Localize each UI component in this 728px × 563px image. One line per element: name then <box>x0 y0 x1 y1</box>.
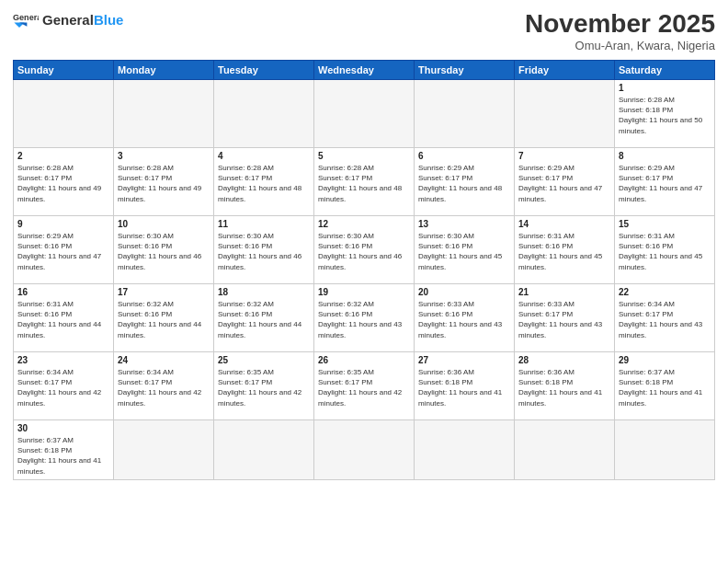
day-number: 29 <box>619 355 711 365</box>
header-wednesday: Wednesday <box>314 61 415 80</box>
day-number: 26 <box>318 355 410 365</box>
table-row: 28Sunrise: 6:36 AMSunset: 6:18 PMDayligh… <box>515 352 615 420</box>
table-row: 25Sunrise: 6:35 AMSunset: 6:17 PMDayligh… <box>214 352 314 420</box>
table-row: 27Sunrise: 6:36 AMSunset: 6:18 PMDayligh… <box>415 352 515 420</box>
header-saturday: Saturday <box>615 61 715 80</box>
table-row <box>214 420 314 480</box>
day-number: 8 <box>619 151 711 161</box>
table-row: 8Sunrise: 6:29 AMSunset: 6:17 PMDaylight… <box>615 148 715 216</box>
day-info: Sunrise: 6:33 AMSunset: 6:16 PMDaylight:… <box>418 299 510 340</box>
table-row: 17Sunrise: 6:32 AMSunset: 6:16 PMDayligh… <box>114 284 214 352</box>
day-number: 25 <box>218 355 310 365</box>
header-sunday: Sunday <box>14 61 114 80</box>
table-row: 20Sunrise: 6:33 AMSunset: 6:16 PMDayligh… <box>415 284 515 352</box>
day-info: Sunrise: 6:33 AMSunset: 6:17 PMDaylight:… <box>518 299 610 340</box>
day-number: 19 <box>318 287 410 297</box>
table-row: 6Sunrise: 6:29 AMSunset: 6:17 PMDaylight… <box>415 148 515 216</box>
day-number: 13 <box>418 219 510 229</box>
table-row: 15Sunrise: 6:31 AMSunset: 6:16 PMDayligh… <box>615 216 715 284</box>
day-info: Sunrise: 6:36 AMSunset: 6:18 PMDaylight:… <box>418 367 510 408</box>
day-info: Sunrise: 6:30 AMSunset: 6:16 PMDaylight:… <box>318 231 410 272</box>
header-friday: Friday <box>515 61 615 80</box>
table-row: 9Sunrise: 6:29 AMSunset: 6:16 PMDaylight… <box>14 216 114 284</box>
day-number: 27 <box>418 355 510 365</box>
calendar-row: 30Sunrise: 6:37 AMSunset: 6:18 PMDayligh… <box>14 420 715 480</box>
header: General GeneralBlue November 2025 Omu-Ar… <box>13 9 715 52</box>
table-row: 11Sunrise: 6:30 AMSunset: 6:16 PMDayligh… <box>214 216 314 284</box>
title-block: November 2025 Omu-Aran, Kwara, Nigeria <box>525 9 715 52</box>
day-number: 2 <box>17 151 109 161</box>
day-info: Sunrise: 6:37 AMSunset: 6:18 PMDaylight:… <box>17 435 109 477</box>
day-number: 16 <box>17 287 109 297</box>
logo-text: GeneralBlue <box>42 12 123 28</box>
day-info: Sunrise: 6:29 AMSunset: 6:16 PMDaylight:… <box>17 231 109 272</box>
table-row <box>314 80 415 148</box>
calendar-row: 9Sunrise: 6:29 AMSunset: 6:16 PMDaylight… <box>14 216 715 284</box>
day-number: 15 <box>619 219 711 229</box>
day-info: Sunrise: 6:29 AMSunset: 6:17 PMDaylight:… <box>418 163 510 204</box>
table-row <box>214 80 314 148</box>
header-monday: Monday <box>114 61 214 80</box>
day-number: 30 <box>17 423 109 433</box>
page: General GeneralBlue November 2025 Omu-Ar… <box>0 0 728 563</box>
day-number: 4 <box>218 151 310 161</box>
location: Omu-Aran, Kwara, Nigeria <box>525 39 715 52</box>
table-row: 21Sunrise: 6:33 AMSunset: 6:17 PMDayligh… <box>515 284 615 352</box>
day-info: Sunrise: 6:35 AMSunset: 6:17 PMDaylight:… <box>218 367 310 408</box>
day-info: Sunrise: 6:32 AMSunset: 6:16 PMDaylight:… <box>118 299 210 340</box>
logo: General GeneralBlue <box>13 9 123 29</box>
table-row <box>615 420 715 480</box>
calendar-table: Sunday Monday Tuesday Wednesday Thursday… <box>13 60 715 480</box>
day-number: 18 <box>218 287 310 297</box>
table-row: 1Sunrise: 6:28 AMSunset: 6:18 PMDaylight… <box>615 80 715 148</box>
day-info: Sunrise: 6:28 AMSunset: 6:17 PMDaylight:… <box>318 163 410 204</box>
day-info: Sunrise: 6:30 AMSunset: 6:16 PMDaylight:… <box>418 231 510 272</box>
table-row: 3Sunrise: 6:28 AMSunset: 6:17 PMDaylight… <box>114 148 214 216</box>
logo-blue: Blue <box>94 12 124 28</box>
day-number: 6 <box>418 151 510 161</box>
day-info: Sunrise: 6:35 AMSunset: 6:17 PMDaylight:… <box>318 367 410 408</box>
day-number: 3 <box>118 151 210 161</box>
day-info: Sunrise: 6:37 AMSunset: 6:18 PMDaylight:… <box>619 367 711 408</box>
calendar-header-row: Sunday Monday Tuesday Wednesday Thursday… <box>14 61 715 80</box>
day-info: Sunrise: 6:36 AMSunset: 6:18 PMDaylight:… <box>518 367 610 408</box>
svg-text:General: General <box>13 13 39 22</box>
day-number: 28 <box>518 355 610 365</box>
day-number: 1 <box>619 83 711 93</box>
day-info: Sunrise: 6:29 AMSunset: 6:17 PMDaylight:… <box>619 163 711 204</box>
table-row: 24Sunrise: 6:34 AMSunset: 6:17 PMDayligh… <box>114 352 214 420</box>
day-info: Sunrise: 6:29 AMSunset: 6:17 PMDaylight:… <box>518 163 610 204</box>
table-row: 5Sunrise: 6:28 AMSunset: 6:17 PMDaylight… <box>314 148 415 216</box>
day-number: 17 <box>118 287 210 297</box>
day-info: Sunrise: 6:34 AMSunset: 6:17 PMDaylight:… <box>118 367 210 408</box>
calendar-row: 2Sunrise: 6:28 AMSunset: 6:17 PMDaylight… <box>14 148 715 216</box>
header-tuesday: Tuesday <box>214 61 314 80</box>
day-number: 24 <box>118 355 210 365</box>
table-row <box>114 80 214 148</box>
day-info: Sunrise: 6:32 AMSunset: 6:16 PMDaylight:… <box>318 299 410 340</box>
day-info: Sunrise: 6:30 AMSunset: 6:16 PMDaylight:… <box>118 231 210 272</box>
table-row <box>515 420 615 480</box>
table-row: 7Sunrise: 6:29 AMSunset: 6:17 PMDaylight… <box>515 148 615 216</box>
day-number: 20 <box>418 287 510 297</box>
table-row: 30Sunrise: 6:37 AMSunset: 6:18 PMDayligh… <box>14 420 114 480</box>
day-number: 11 <box>218 219 310 229</box>
table-row: 16Sunrise: 6:31 AMSunset: 6:16 PMDayligh… <box>14 284 114 352</box>
day-number: 23 <box>17 355 109 365</box>
table-row: 10Sunrise: 6:30 AMSunset: 6:16 PMDayligh… <box>114 216 214 284</box>
table-row: 23Sunrise: 6:34 AMSunset: 6:17 PMDayligh… <box>14 352 114 420</box>
day-number: 21 <box>518 287 610 297</box>
logo-icon: General <box>13 9 39 29</box>
day-number: 10 <box>118 219 210 229</box>
day-number: 14 <box>518 219 610 229</box>
day-info: Sunrise: 6:28 AMSunset: 6:17 PMDaylight:… <box>218 163 310 204</box>
table-row <box>515 80 615 148</box>
day-number: 12 <box>318 219 410 229</box>
table-row <box>415 80 515 148</box>
day-info: Sunrise: 6:30 AMSunset: 6:16 PMDaylight:… <box>218 231 310 272</box>
day-info: Sunrise: 6:28 AMSunset: 6:17 PMDaylight:… <box>17 163 109 204</box>
day-info: Sunrise: 6:28 AMSunset: 6:17 PMDaylight:… <box>118 163 210 204</box>
table-row: 18Sunrise: 6:32 AMSunset: 6:16 PMDayligh… <box>214 284 314 352</box>
calendar-row: 1Sunrise: 6:28 AMSunset: 6:18 PMDaylight… <box>14 80 715 148</box>
day-number: 9 <box>17 219 109 229</box>
